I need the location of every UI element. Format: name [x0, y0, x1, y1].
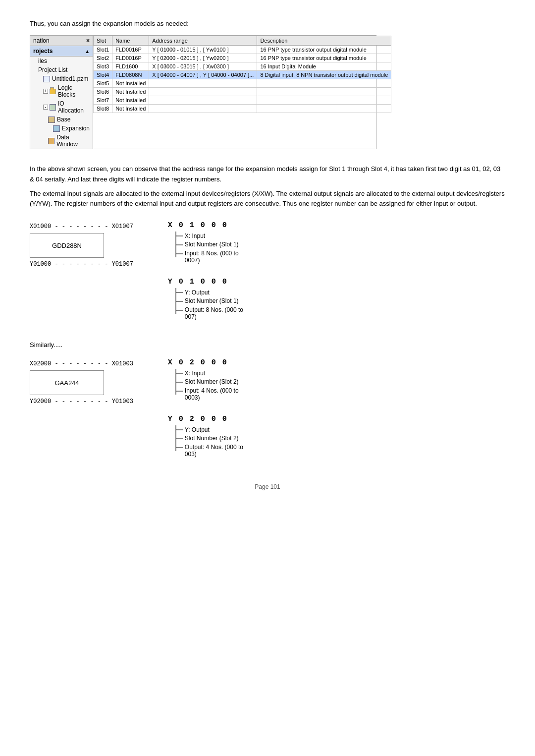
sidebar-item-data-window[interactable]: Data Window	[30, 133, 93, 149]
io-table: Slot Name Address range Description Slot…	[93, 36, 391, 113]
page-number: Page 101	[30, 483, 505, 490]
label-diagram-1: X 0 1 0 0 0 X: Input Slot Number (Slot 1…	[168, 221, 251, 326]
expansion-label: Expansion	[62, 125, 90, 132]
col-desc: Description	[257, 36, 391, 46]
y-signal-2: Y02000 - - - - - - - - Y01003	[30, 398, 133, 405]
cell-desc	[257, 96, 391, 105]
x-signal-1: X01000 - - - - - - - - X01007	[30, 223, 133, 230]
io-allocation-label: IO Allocation	[58, 100, 90, 114]
table-row[interactable]: Slot1FLD0016PY [ 01000 - 01015 ] , [ Yw0…	[94, 46, 391, 54]
col-slot: Slot	[94, 36, 112, 46]
base-label: Base	[57, 116, 70, 123]
diagram2-row: X02000 - - - - - - - - X01003 GAA244 Y02…	[30, 358, 505, 464]
table-row[interactable]: Slot6Not Installed	[94, 88, 391, 96]
cell-desc: 8 Digital input, 8 NPN transistor output…	[257, 71, 391, 79]
cell-address: Y [ 01000 - 01015 ] , [ Yw0100 ]	[149, 46, 257, 54]
sidebar-item-logic-blocks[interactable]: + Logic Blocks	[30, 83, 93, 99]
table-row[interactable]: Slot4FLD0808NX [ 04000 - 04007 ] , Y [ 0…	[94, 71, 391, 79]
cell-name: FLD1600	[112, 62, 149, 71]
expand-logic-icon[interactable]: +	[43, 89, 48, 94]
y-label-1a: Y: Output	[185, 289, 210, 296]
y2-label-c: Output: 4 Nos. (000 to 003)	[185, 444, 251, 458]
y-signal-1: Y01000 - - - - - - - - Y01007	[30, 261, 133, 268]
x-reg-block-2: X 0 2 0 0 0 X: Input Slot Number (Slot 2…	[168, 358, 251, 397]
sidebar-item-io-allocation[interactable]: - IO Allocation	[30, 99, 93, 115]
desc-para1: In the above shown screen, you can obser…	[30, 164, 505, 185]
x-reg-code-2: X 0 2 0 0 0	[168, 358, 251, 367]
x-reg-block-1: X 0 1 0 0 0 X: Input Slot Number (Slot 1…	[168, 221, 251, 260]
device-name-1: GDD288N	[52, 242, 82, 249]
device-name-2: GAA244	[54, 379, 79, 387]
y-label-1b: Slot Number (Slot 1)	[185, 297, 239, 304]
cell-address	[149, 88, 257, 96]
cell-address: X [ 03000 - 03015 ] , [ Xw0300 ]	[149, 62, 257, 71]
table-row[interactable]: Slot7Not Installed	[94, 96, 391, 105]
desc-para2: The external input signals are allocated…	[30, 189, 505, 210]
sidebar: nation × rojects ▲ iles Project List Unt…	[30, 36, 93, 149]
sidebar-item-untitled[interactable]: Untitled1.pzm	[30, 74, 93, 83]
io-icon	[50, 104, 56, 111]
close-icon[interactable]: ×	[86, 37, 90, 44]
y-reg-block-1: Y 0 1 0 0 0 Y: Output Slot Number (Slot …	[168, 278, 251, 316]
cell-address	[149, 105, 257, 113]
sidebar-title: nation	[33, 37, 50, 44]
device-box-2: GAA244	[30, 370, 104, 395]
project-list-label: Project List	[38, 66, 67, 73]
y2-label-a: Y: Output	[185, 426, 210, 433]
sidebar-item-project-list[interactable]: Project List	[30, 65, 93, 74]
projects-section[interactable]: rojects ▲	[30, 46, 93, 57]
x2-label-a: X: Input	[185, 370, 205, 377]
cell-name: Not Installed	[112, 79, 149, 88]
untitled-label: Untitled1.pzm	[52, 75, 88, 82]
cell-name: FLD0016P	[112, 54, 149, 62]
y-reg-lines-2: Y: Output Slot Number (Slot 2) Output: 4…	[172, 425, 251, 454]
files-label: iles	[38, 58, 47, 64]
table-row[interactable]: Slot3FLD1600X [ 03000 - 03015 ] , [ Xw03…	[94, 62, 391, 71]
cell-name: FLD0808N	[112, 71, 149, 79]
cell-desc: 16 Input Digital Module	[257, 62, 391, 71]
device-diagram-1: X01000 - - - - - - - - X01007 GDD288N Y0…	[30, 221, 133, 270]
cell-name: Not Installed	[112, 96, 149, 105]
cell-slot: Slot1	[94, 46, 112, 54]
y-reg-code-2: Y 0 2 0 0 0	[168, 415, 251, 423]
table-row[interactable]: Slot5Not Installed	[94, 79, 391, 88]
intro-text: Thus, you can assign the expansion model…	[30, 20, 505, 27]
cell-address: Y [ 02000 - 02015 ] , [ Yw0200 ]	[149, 54, 257, 62]
cell-address	[149, 79, 257, 88]
x-label-1b: Slot Number (Slot 1)	[185, 241, 239, 248]
sidebar-item-base[interactable]: Base	[30, 115, 93, 124]
cell-name: FLD0016P	[112, 46, 149, 54]
expand-io-icon[interactable]: -	[43, 105, 48, 110]
y-label-1c: Output: 8 Nos. (000 to 007)	[185, 306, 251, 320]
screenshot-area: nation × rojects ▲ iles Project List Unt…	[30, 35, 376, 149]
device-diagram-2: X02000 - - - - - - - - X01003 GAA244 Y02…	[30, 358, 133, 407]
table-row[interactable]: Slot8Not Installed	[94, 105, 391, 113]
datawindow-icon	[48, 138, 54, 144]
logic-blocks-label: Logic Blocks	[58, 84, 90, 98]
x-signal-2: X02000 - - - - - - - - X01003	[30, 360, 133, 367]
x-reg-code-1: X 0 1 0 0 0	[168, 221, 251, 230]
cell-slot: Slot2	[94, 54, 112, 62]
x-label-1a: X: Input	[185, 233, 205, 239]
diagram1-row: X01000 - - - - - - - - X01007 GDD288N Y0…	[30, 221, 505, 326]
cell-slot: Slot7	[94, 96, 112, 105]
cell-desc: 16 PNP type transistor output digital mo…	[257, 46, 391, 54]
y-reg-code-1: Y 0 1 0 0 0	[168, 278, 251, 286]
cell-slot: Slot4	[94, 71, 112, 79]
x-reg-lines-2: X: Input Slot Number (Slot 2) Input: 4 N…	[172, 369, 251, 397]
cell-desc	[257, 79, 391, 88]
x2-label-c: Input: 4 Nos. (000 to 0003)	[185, 387, 251, 401]
y-reg-lines-1: Y: Output Slot Number (Slot 1) Output: 8…	[172, 288, 251, 316]
y2-label-b: Slot Number (Slot 2)	[185, 435, 239, 442]
projects-label: rojects	[33, 48, 53, 55]
section-arrow: ▲	[85, 49, 90, 54]
description-section: In the above shown screen, you can obser…	[30, 164, 505, 209]
cell-slot: Slot6	[94, 88, 112, 96]
x-label-1c: Input: 8 Nos. (000 to 0007)	[185, 250, 251, 264]
base-icon	[48, 116, 55, 123]
device-box-1: GDD288N	[30, 233, 104, 258]
cell-desc	[257, 88, 391, 96]
label-diagram-2: X 0 2 0 0 0 X: Input Slot Number (Slot 2…	[168, 358, 251, 464]
sidebar-item-expansion[interactable]: Expansion	[30, 124, 93, 133]
table-row[interactable]: Slot2FLD0016PY [ 02000 - 02015 ] , [ Yw0…	[94, 54, 391, 62]
